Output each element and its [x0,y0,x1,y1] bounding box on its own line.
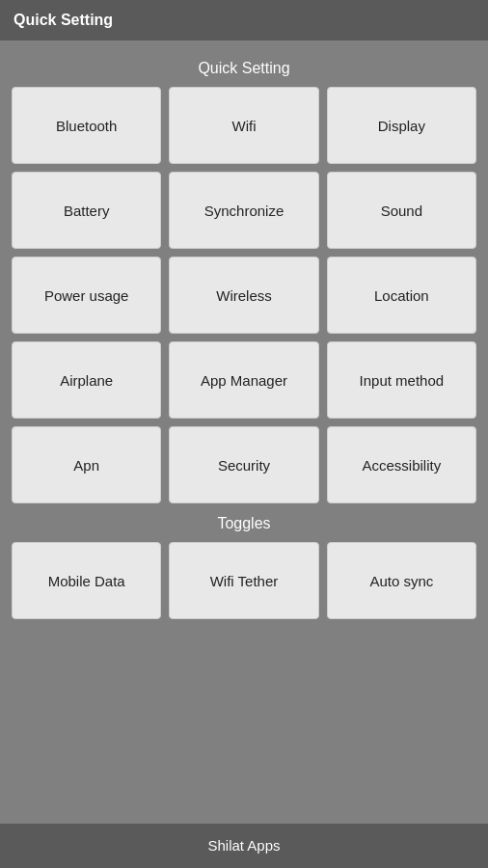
tile-sound[interactable]: Sound [327,172,476,249]
tile-label-battery: Battery [64,203,110,219]
tile-accessibility[interactable]: Accessibility [327,426,476,503]
tile-app-manager[interactable]: App Manager [169,341,318,419]
tile-input-method[interactable]: Input method [327,341,476,419]
tile-label-wifi-tether: Wifi Tether [210,573,279,589]
tile-auto-sync[interactable]: Auto sync [327,542,476,619]
tile-label-wireless: Wireless [216,287,272,304]
tile-display[interactable]: Display [327,87,476,164]
tile-label-wifi: Wifi [231,118,256,134]
tile-apn[interactable]: Apn [12,426,161,503]
tile-mobile-data[interactable]: Mobile Data [12,542,161,619]
tile-bluetooth[interactable]: Bluetooth [12,87,161,164]
tile-label-sound: Sound [381,203,422,219]
tile-label-input-method: Input method [360,372,445,389]
tile-label-apn: Apn [73,457,99,474]
main-content: Quick Setting BluetoothWifiDisplayBatter… [0,41,488,824]
tile-label-auto-sync: Auto sync [369,573,433,589]
tile-wifi-tether[interactable]: Wifi Tether [169,542,318,619]
tile-label-synchronize: Synchronize [204,203,285,219]
tile-label-app-manager: App Manager [201,372,287,389]
footer-label: Shilat Apps [207,837,280,854]
tile-label-airplane: Airplane [60,372,113,389]
quick-setting-grid: BluetoothWifiDisplayBatterySynchronizeSo… [12,87,476,503]
tile-synchronize[interactable]: Synchronize [169,172,318,249]
tile-label-accessibility: Accessibility [362,457,441,474]
tile-label-security: Security [218,457,270,474]
tile-wireless[interactable]: Wireless [169,257,318,334]
tile-label-display: Display [378,118,425,134]
tile-label-power-usage: Power usage [44,287,129,304]
title-bar: Quick Setting [0,0,488,41]
tile-battery[interactable]: Battery [12,172,161,249]
tile-label-mobile-data: Mobile Data [48,573,125,589]
tile-security[interactable]: Security [169,426,318,503]
title-bar-label: Quick Setting [14,12,113,28]
toggles-grid: Mobile DataWifi TetherAuto sync [12,542,476,619]
tile-location[interactable]: Location [327,257,476,334]
footer: Shilat Apps [0,824,488,868]
tile-label-bluetooth: Bluetooth [56,118,117,134]
quick-setting-section-label: Quick Setting [12,60,476,77]
tile-wifi[interactable]: Wifi [169,87,318,164]
tile-power-usage[interactable]: Power usage [12,257,161,334]
toggles-section-label: Toggles [12,515,476,532]
tile-label-location: Location [374,287,429,304]
tile-airplane[interactable]: Airplane [12,341,161,419]
